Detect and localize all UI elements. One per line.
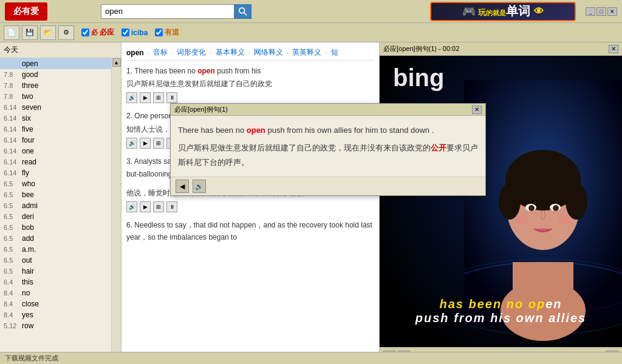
byingying-label[interactable]: 必应 [100,27,114,38]
word-text: out [22,256,32,265]
audio-volume-5[interactable]: 🔊 [126,201,137,212]
settings-button[interactable]: ⚙ [58,25,74,40]
list-item[interactable]: 6.5 add [0,233,111,244]
byingying-checkbox[interactable] [81,29,89,36]
video-title-label: 必应[open]例句(1) - 00:02 [383,44,609,53]
popup-back-button[interactable]: ◀ [176,180,189,193]
sentence-block-1: 1. There has been no open push from his … [126,66,374,103]
nav-basic[interactable]: 基本释义 [216,47,245,58]
svg-point-15 [553,205,559,211]
popup-titlebar[interactable]: 必应[open]例句(1) ✕ [171,104,485,116]
list-item[interactable]: 8.4 no [0,288,111,298]
popup-close-button[interactable]: ✕ [472,106,482,114]
karaoke-line2: push from his own allies [383,311,618,325]
word-text: seven [22,103,41,112]
word-score: 6.5 [4,246,22,253]
audio-play-2[interactable]: ▶ [140,138,151,149]
save-button[interactable]: 💾 [22,25,38,40]
audio-grid-2[interactable]: ⊞ [153,138,164,149]
audio-pause-5[interactable]: ⏸ [166,201,177,212]
minimize-button[interactable]: _ [586,7,595,16]
word-text: six [22,114,31,123]
list-item[interactable]: 6.5 who [0,178,111,189]
list-item[interactable]: 7.8 three [0,80,111,91]
nav-short[interactable]: 短 [331,47,338,58]
list-item[interactable]: 6.14 one [0,146,111,157]
word-text: bee [22,190,34,199]
list-item[interactable]: 8.4 yes [0,309,111,320]
byingying-icon: 必 [91,28,98,37]
word-score: 6.5 [4,257,22,264]
list-item[interactable]: 6.14 five [0,124,111,135]
wordlist-scrollbar[interactable]: ▲ ▼ [111,58,121,364]
content-area[interactable]: open · 音标 · 词形变化 · 基本释义 · 网络释义 · 英英释义 · … [121,42,379,364]
word-score: 6.5 [4,191,22,198]
word-score: 6.4 [4,278,22,286]
list-item[interactable]: open [0,58,111,69]
statusbar-text: 下载视频文件完成 [5,354,58,363]
close-button[interactable]: ✕ [607,7,617,16]
sentence-en-6: 6. Needless to say，that did not happen，a… [126,220,374,243]
word-score: 6.14 [4,104,22,111]
list-item[interactable]: 6.14 read [0,157,111,167]
list-item[interactable]: 7.8 two [0,91,111,102]
popup-content: There has been no open push from his own… [171,116,485,177]
list-item[interactable]: 8.4 close [0,298,111,309]
search-input[interactable] [101,4,234,19]
word-score: 6.14 [4,115,22,122]
list-item[interactable]: 5.12 row [0,320,111,331]
iciba-checkbox[interactable] [121,29,129,36]
list-item[interactable]: 6.5 admi [0,200,111,211]
word-text: read [22,158,36,166]
word-score: 6.14 [4,126,22,133]
list-item[interactable]: 6.14 six [0,113,111,124]
list-item[interactable]: 6.5 hair [0,266,111,277]
nav-morphology[interactable]: 词形变化 [177,47,206,58]
scroll-up-arrow[interactable]: ▲ [112,58,121,67]
maximize-button[interactable]: □ [596,7,606,16]
main-area: 今天 open 7.8 good 7.8 three 7.8 two [0,42,622,364]
word-score: 8.4 [4,289,22,297]
today-label: 今天 [4,45,18,55]
list-item[interactable]: 6.5 bob [0,222,111,233]
word-text: admi [22,201,38,210]
window-controls: _ □ ✕ [586,7,617,16]
audio-play-1[interactable]: ▶ [140,92,151,103]
word-text: hair [22,267,34,275]
list-item[interactable]: 6.5 bee [0,189,111,200]
list-item[interactable]: 6.14 seven [0,102,111,113]
word-text: two [22,92,33,101]
open-button[interactable]: 📂 [40,25,56,40]
word-score: 7.8 [4,93,22,100]
list-item[interactable]: 6.5 out [0,255,111,266]
popup-volume-button[interactable]: 🔊 [193,180,206,193]
new-button[interactable]: 📄 [4,25,19,40]
list-item[interactable]: 7.8 good [0,69,111,80]
list-item[interactable]: 6.14 four [0,135,111,146]
list-item[interactable]: 6.5 a.m. [0,244,111,255]
video-close-button[interactable]: ✕ [609,45,618,53]
audio-play-5[interactable]: ▶ [140,201,151,212]
iciba-label[interactable]: iciba [131,29,148,37]
word-text: close [22,300,39,308]
word-score: 5.12 [4,322,22,329]
audio-volume-1[interactable]: 🔊 [126,92,137,103]
nav-network[interactable]: 网络释义 [254,47,283,58]
youdao-checkbox[interactable] [155,29,163,36]
youdao-label[interactable]: 有道 [165,27,179,38]
word-text: bob [22,223,34,232]
list-item[interactable]: 6.14 fly [0,167,111,178]
audio-grid-5[interactable]: ⊞ [153,201,164,212]
wordlist-content[interactable]: open 7.8 good 7.8 three 7.8 two 6.14 sev… [0,58,111,364]
svg-point-17 [557,215,572,224]
nav-phonetic[interactable]: 音标 [153,47,168,58]
audio-pause-1[interactable]: ⏸ [166,92,177,103]
audio-grid-1[interactable]: ⊞ [153,92,164,103]
list-item[interactable]: 6.5 deri [0,211,111,222]
audio-volume-2[interactable]: 🔊 [126,138,137,149]
nav-english[interactable]: 英英释义 [292,47,321,58]
list-item[interactable]: 6.4 this [0,277,111,288]
svg-point-14 [528,205,535,211]
game-banner[interactable]: 🎮 玩的就是单词 👁 [430,2,576,21]
search-button[interactable] [234,4,251,19]
